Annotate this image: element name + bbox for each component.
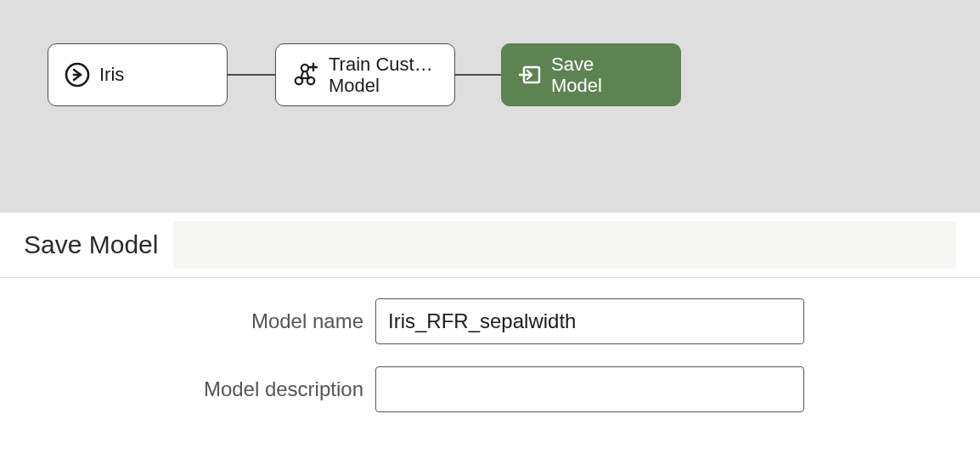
pipeline-node-label: Save Model <box>551 54 602 97</box>
save-model-icon <box>517 62 543 88</box>
pipeline-node-train[interactable]: Train Cust… Model <box>275 43 455 106</box>
model-description-label: Model description <box>24 377 363 401</box>
model-description-input[interactable] <box>375 366 804 412</box>
pipeline-canvas[interactable]: Iris Train Cust… Model Sa <box>0 0 980 213</box>
panel-body: Model name Model description <box>0 278 980 465</box>
pipeline-node-iris[interactable]: Iris <box>48 43 228 106</box>
svg-point-4 <box>301 65 308 71</box>
panel-header: Save Model <box>0 213 980 278</box>
train-model-icon <box>291 60 320 89</box>
form-row-model-name: Model name <box>24 298 956 344</box>
pipeline-connector <box>228 74 275 76</box>
panel-header-spacer <box>173 221 956 269</box>
details-panel: Save Model Model name Model description <box>0 213 980 465</box>
model-name-label: Model name <box>24 309 363 333</box>
pipeline-node-save[interactable]: Save Model <box>501 43 681 106</box>
form-row-model-description: Model description <box>24 366 956 412</box>
pipeline-node-label: Train Cust… Model <box>329 54 433 97</box>
pipeline-connector <box>455 74 501 76</box>
arrow-right-circle-icon <box>64 61 91 88</box>
model-name-input[interactable] <box>375 298 804 344</box>
pipeline-node-label: Iris <box>99 64 124 85</box>
panel-title: Save Model <box>24 230 158 259</box>
